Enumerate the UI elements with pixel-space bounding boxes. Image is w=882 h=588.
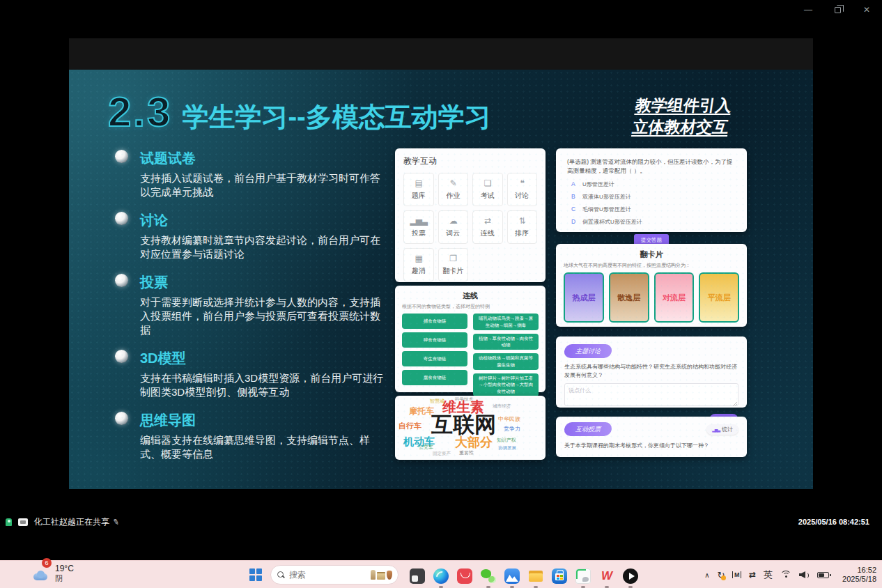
- bullet-icon: [115, 350, 128, 363]
- wordcloud-word: 大部分: [455, 436, 493, 449]
- teach-tool-label: 排序: [515, 229, 529, 238]
- search-input[interactable]: [289, 570, 353, 580]
- homework-icon: ✎: [450, 179, 456, 188]
- quiz-option-key: C: [567, 206, 582, 212]
- edge-browser-icon[interactable]: [429, 564, 453, 588]
- wordcloud-word: 城市经济: [493, 404, 511, 409]
- teach-tool-item[interactable]: ❏考试: [472, 173, 503, 206]
- teach-grid: ▤题库✎作业❏考试❝讨论▂▅▃投票☁词云⇄连线⇅排序▦趣消❐翻卡片: [403, 173, 537, 281]
- teach-tool-item[interactable]: ✎作业: [438, 173, 469, 206]
- discussion-input[interactable]: [564, 383, 738, 406]
- wordcloud-word: 维生素: [442, 400, 484, 414]
- vote-icon: ▂▅▃: [410, 217, 427, 226]
- search-icon: [277, 571, 285, 579]
- flip-card[interactable]: 热成层: [564, 272, 604, 323]
- close-icon[interactable]: ✕: [857, 3, 876, 17]
- teach-tool-item[interactable]: ❝讨论: [507, 173, 538, 206]
- screencast-app-icon[interactable]: [571, 564, 595, 588]
- teach-tool-item[interactable]: ☁词云: [438, 210, 469, 244]
- weather-condition: 阴: [55, 573, 74, 583]
- flip-card[interactable]: 散逸层: [609, 272, 649, 323]
- matching-option-left[interactable]: 寄生食物链: [402, 351, 467, 366]
- huawei-appgallery-icon[interactable]: [453, 564, 477, 588]
- search-daily-image[interactable]: [371, 570, 392, 580]
- vote-stats-label: 统计: [722, 426, 733, 433]
- flipcard-title: 翻卡片: [564, 249, 739, 260]
- quiz-option[interactable]: AU形管压差计: [567, 180, 736, 188]
- matching-option-right[interactable]: 哺乳动物或鸟类→跳蚤→原生动物→细菌→病毒: [473, 314, 539, 330]
- feature-item: 投票对于需要判断或选择并统计参与人数的内容，支持插入投票组件，前台用户参与投票后…: [115, 273, 394, 337]
- vote-stats-button[interactable]: ▂▅▃ 统计: [706, 424, 738, 435]
- wordcloud-word: 科学技术: [455, 397, 473, 402]
- feature-title: 试题试卷: [140, 149, 394, 168]
- matching-option-left[interactable]: 捕食食物链: [402, 314, 467, 329]
- discussion-question: 生态系统具有哪些结构与功能特性？研究生态系统的结构和功能对经济发展有何意义？: [564, 363, 738, 380]
- cloud-icon: [32, 571, 50, 582]
- matching-option-right[interactable]: 树叶碎片→树叶碎片加工者→小型肉食性动物→大型肉食性动物: [473, 373, 539, 396]
- flip-card[interactable]: 平流层: [699, 272, 739, 323]
- teach-tool-item[interactable]: ❐翻卡片: [438, 248, 469, 281]
- volume-icon[interactable]: [799, 571, 810, 579]
- traffic-arrows-icon[interactable]: ⇄: [749, 570, 756, 580]
- bar-chart-icon: ▂▅▃: [712, 427, 720, 432]
- app-top-band: [69, 38, 813, 70]
- weather-badge: 6: [42, 558, 52, 568]
- presentation-slide: 2.3 学生学习--多模态互动学习 教学组件引入 立体教材交互 试题试卷支持插入…: [69, 70, 813, 489]
- feature-list: 试题试卷支持插入试题试卷，前台用户基于教材学习时可作答以完成单元挑战讨论支持教材…: [115, 149, 394, 473]
- quiz-option-key: A: [567, 180, 582, 187]
- matching-subtitle: 根据不同的食物链类型，选择对应的特例: [402, 303, 539, 310]
- wechat-icon[interactable]: [477, 564, 500, 588]
- teach-tool-item[interactable]: ▂▅▃投票: [403, 210, 434, 244]
- taskbar-search[interactable]: [270, 565, 399, 585]
- teach-tool-item[interactable]: ⇄连线: [472, 210, 503, 244]
- chevron-up-icon[interactable]: ∧: [704, 571, 709, 579]
- matching-option-left[interactable]: 碎食食物链: [402, 332, 467, 348]
- flip-card[interactable]: 对流层: [654, 272, 695, 323]
- contrast-app-icon[interactable]: [405, 564, 429, 588]
- matching-option-right[interactable]: 植物→草食性动物→肉食性动物: [473, 334, 539, 350]
- wordcloud-word: 公交车: [419, 444, 433, 449]
- wordcloud-word: 知识产权: [497, 438, 516, 442]
- microsoft-store-glyph: [552, 568, 567, 584]
- file-explorer-icon[interactable]: [524, 564, 548, 588]
- teach-tool-label: 题库: [412, 191, 426, 201]
- section-number: 2.3: [108, 88, 172, 136]
- teach-tool-item[interactable]: ▦趣消: [403, 248, 434, 281]
- start-button[interactable]: [249, 568, 262, 581]
- matching-right-column: 哺乳动物或鸟类→跳蚤→原生动物→细菌→病毒植物→草食性动物→肉食性动物动植物残体…: [473, 314, 539, 396]
- wordcloud-word: 重要性: [459, 450, 474, 455]
- wifi-icon[interactable]: [780, 571, 791, 580]
- vote-question: 关于本学期课程的期末考核形式，你更倾向于以下哪一种？: [564, 442, 738, 449]
- media-player-icon[interactable]: [619, 564, 642, 588]
- mountain-app-icon[interactable]: [500, 564, 524, 588]
- weather-widget[interactable]: 6 19°C 阴: [32, 564, 74, 583]
- teach-tool-label: 讨论: [515, 191, 529, 201]
- screen: — ✕ 2.3 学生学习--多模态互动学习 教学组件引入 立体教材交互 试题试卷…: [0, 0, 882, 588]
- matching-option-right[interactable]: 动植物残体→细菌和真菌等腐生生物: [473, 353, 539, 370]
- teach-tool-item[interactable]: ⇅排序: [507, 210, 538, 244]
- teach-tool-item[interactable]: ▤题库: [403, 173, 434, 206]
- flip-card-icon: ❐: [449, 254, 456, 263]
- sync-tray-icon[interactable]: ↻: [718, 570, 725, 580]
- annotate-pen-icon[interactable]: ✎: [112, 517, 121, 527]
- wordcloud-word: 中华民族: [498, 417, 520, 422]
- wps-office-icon[interactable]: W: [595, 564, 619, 588]
- ime-indicator[interactable]: 英: [764, 568, 773, 581]
- teach-interaction-panel: 教学互动 ▤题库✎作业❏考试❝讨论▂▅▃投票☁词云⇄连线⇅排序▦趣消❐翻卡片: [395, 148, 546, 282]
- matching-option-left[interactable]: 腐食食物链: [402, 370, 467, 385]
- quiz-option[interactable]: D倒置液杯式U形管压差计: [567, 218, 736, 226]
- quiz-option[interactable]: C毛细管U形管压差计: [567, 206, 736, 213]
- restore-icon[interactable]: [828, 3, 847, 17]
- minimize-icon[interactable]: —: [798, 3, 818, 17]
- taskbar-clock[interactable]: 16:52 2025/5/18: [842, 566, 876, 584]
- quiz-option[interactable]: B双液体U形管压差计: [567, 193, 736, 201]
- matching-panel: 连线 根据不同的食物链类型，选择对应的特例 捕食食物链碎食食物链寄生食物链腐食食…: [395, 286, 546, 392]
- slide-title-text: 学生学习--多模态互动学习: [182, 100, 490, 135]
- flipcard-panel: 翻卡片 地球大气在不同的高度有不同的特征，按照温度结构分为： 热成层散逸层对流层…: [556, 244, 747, 327]
- quiz-panel: (单选题) 测速管道对流体的阻力较小，但压差计读数小，为了提高测量精度，通常配用…: [556, 148, 747, 232]
- battery-icon[interactable]: [817, 572, 829, 578]
- bandwidth-meter-icon[interactable]: M: [732, 571, 741, 578]
- microsoft-store-icon[interactable]: [548, 564, 571, 588]
- clock-date: 2025/5/18: [842, 575, 876, 584]
- vote-panel: 互动投票 ▂▅▃ 统计 关于本学期课程的期末考核形式，你更倾向于以下哪一种？: [556, 417, 747, 457]
